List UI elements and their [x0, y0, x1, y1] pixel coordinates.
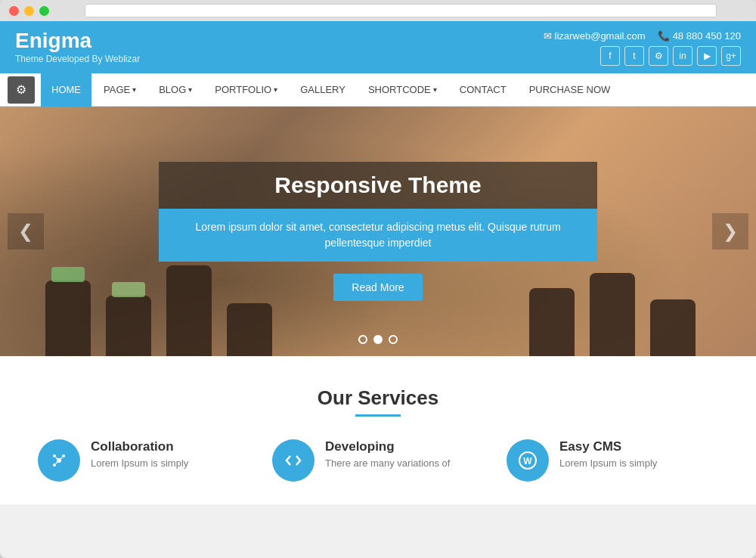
- slider-prev-button[interactable]: ❮: [8, 213, 44, 250]
- title-bar: [0, 0, 756, 21]
- linkedin-icon[interactable]: in: [673, 46, 692, 66]
- site-header: Enigma Theme Developed By Weblizar ✉ liz…: [0, 21, 756, 73]
- brand-tagline: Theme Developed By Weblizar: [15, 54, 140, 64]
- services-underline: [355, 414, 401, 417]
- svg-line-5: [60, 457, 62, 459]
- email-info: ✉ lizarweb@gmail.com: [544, 30, 646, 42]
- brand: Enigma Theme Developed By Weblizar: [15, 30, 140, 64]
- developing-desc: There are many variations of: [325, 457, 450, 469]
- slider-text: Lorem ipsum dolor sit amet, consectetur …: [181, 219, 575, 251]
- easycms-text: Easy CMS Lorem Ipsum is simply: [559, 439, 657, 469]
- nav-portfolio[interactable]: PORTFOLIO ▾: [204, 73, 288, 107]
- maximize-button[interactable]: [39, 6, 49, 16]
- svg-line-4: [56, 457, 57, 459]
- svg-line-6: [56, 462, 57, 463]
- slider-dot-3[interactable]: [389, 335, 398, 344]
- social-icons: f t ⚙ in ▶ g+: [600, 46, 741, 66]
- service-developing: Developing There are many variations of: [272, 439, 484, 482]
- nav-items: HOME PAGE ▾ BLOG ▾ PORTFOLIO ▾ GALLERY S…: [41, 73, 621, 107]
- nav-contact[interactable]: CONTACT: [449, 73, 517, 107]
- twitter-icon[interactable]: t: [624, 46, 644, 66]
- nav-home[interactable]: HOME: [41, 73, 91, 107]
- nav-gallery[interactable]: GALLERY: [290, 73, 356, 107]
- nav-page[interactable]: PAGE ▾: [93, 73, 147, 107]
- slider-dot-1[interactable]: [358, 335, 367, 344]
- slider-title-box: Responsive Theme: [159, 162, 597, 209]
- google-plus-icon[interactable]: g+: [721, 46, 741, 66]
- nav-blog[interactable]: BLOG ▾: [148, 73, 203, 107]
- header-right: ✉ lizarweb@gmail.com 📞 48 880 450 120 f …: [544, 30, 742, 66]
- nav-purchase[interactable]: PURCHASE NOW: [519, 73, 621, 107]
- email-value: lizarweb@gmail.com: [555, 30, 646, 42]
- phone-info: 📞 48 880 450 120: [658, 30, 741, 42]
- settings-social-icon[interactable]: ⚙: [649, 46, 668, 66]
- svg-text:W: W: [523, 456, 532, 467]
- nav-shortcode[interactable]: SHORTCODE ▾: [358, 73, 448, 107]
- easycms-desc: Lorem Ipsum is simply: [559, 457, 657, 469]
- facebook-icon[interactable]: f: [600, 46, 620, 66]
- service-easycms: W Easy CMS Lorem Ipsum is simply: [507, 439, 718, 482]
- slider-dots: [358, 335, 398, 344]
- easycms-name: Easy CMS: [559, 439, 657, 454]
- collaboration-name: Collaboration: [91, 439, 188, 454]
- easycms-icon: W: [507, 439, 549, 482]
- minimize-button[interactable]: [24, 6, 34, 16]
- phone-icon: 📞: [658, 30, 670, 42]
- settings-button[interactable]: ⚙: [8, 76, 35, 104]
- read-more-button[interactable]: Read More: [333, 274, 422, 301]
- services-section: Our Services Collaboration: [0, 356, 756, 504]
- email-icon: ✉: [544, 30, 552, 42]
- developing-icon: [272, 439, 314, 482]
- svg-point-1: [53, 454, 56, 457]
- contact-info: ✉ lizarweb@gmail.com 📞 48 880 450 120: [544, 30, 742, 42]
- collaboration-icon: [38, 439, 80, 482]
- developing-text: Developing There are many variations of: [325, 439, 450, 469]
- hero-slider: Responsive Theme Lorem ipsum dolor sit a…: [0, 107, 756, 356]
- slider-title: Responsive Theme: [181, 172, 575, 198]
- phone-value: 48 880 450 120: [673, 30, 741, 42]
- developing-name: Developing: [325, 439, 450, 454]
- browser-window: Enigma Theme Developed By Weblizar ✉ liz…: [0, 0, 756, 558]
- close-button[interactable]: [9, 6, 19, 16]
- service-collaboration: Collaboration Lorem Ipsum is simply: [38, 439, 249, 482]
- youtube-icon[interactable]: ▶: [697, 46, 717, 66]
- slider-text-box: Lorem ipsum dolor sit amet, consectetur …: [159, 209, 597, 262]
- svg-point-2: [62, 454, 65, 457]
- address-bar[interactable]: [85, 4, 717, 17]
- collaboration-text: Collaboration Lorem Ipsum is simply: [91, 439, 188, 469]
- collaboration-desc: Lorem Ipsum is simply: [91, 457, 188, 469]
- slider-content: Responsive Theme Lorem ipsum dolor sit a…: [159, 162, 597, 301]
- slider-dot-2[interactable]: [373, 335, 383, 344]
- brand-name: Enigma: [15, 30, 140, 51]
- services-grid: Collaboration Lorem Ipsum is simply Deve…: [23, 439, 733, 482]
- slider-next-button[interactable]: ❯: [712, 213, 748, 250]
- services-title: Our Services: [23, 386, 733, 410]
- nav-bar: ⚙ HOME PAGE ▾ BLOG ▾ PORTFOLIO ▾ GALLERY…: [0, 73, 756, 107]
- svg-point-3: [53, 463, 56, 467]
